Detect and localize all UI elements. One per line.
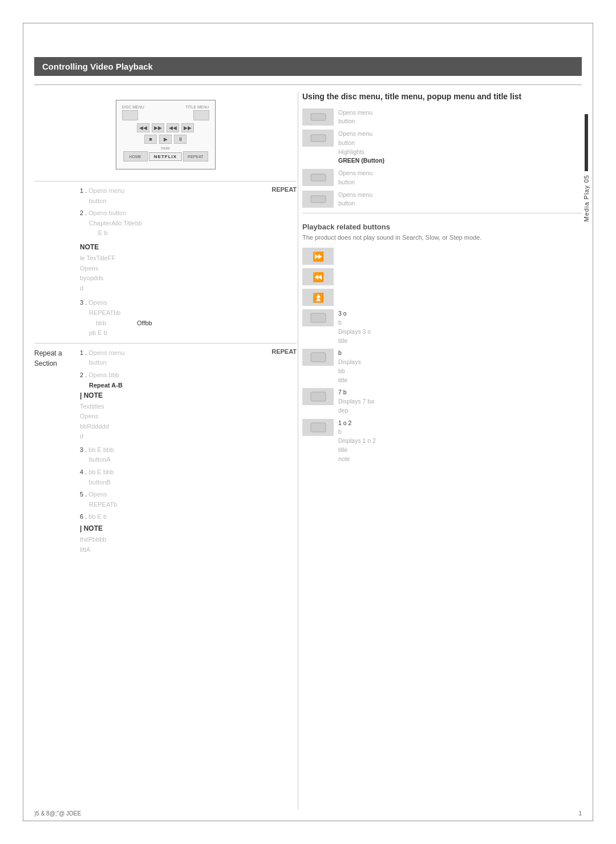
remote-top-buttons <box>122 110 209 120</box>
repeat-item-1-row: 1 . Opens menu button REPEAT <box>80 348 297 368</box>
remote-netflix-btn[interactable]: NETFLIX <box>149 152 182 161</box>
disc-desc-4-l2: button <box>338 200 355 207</box>
disc-desc-4: Opens menu button <box>338 191 582 209</box>
pb-desc-7-l5: note <box>338 455 350 462</box>
pb-desc-4-l1: 3 o <box>338 310 347 317</box>
item-3-block: 3 . Opens REPEATbb bbb Offbb pb E b <box>80 298 297 338</box>
disc-row-4: Opens menu button <box>302 191 582 209</box>
item-2-desc1: Opens button <box>88 209 126 216</box>
repeat-ab-label: Repeat A-B <box>89 382 123 389</box>
note-bottom-block: | NOTE Texttitles Opens bbRddddd d <box>80 391 297 442</box>
svg-rect-4 <box>311 313 326 322</box>
remote-play-row: ■ ▶ ⏸ <box>122 135 209 144</box>
repeat-item-1-d2: button <box>89 359 107 366</box>
note-bottom-l3: bbRddddd <box>80 422 297 432</box>
note-top-line3: byopdds <box>80 273 297 284</box>
note-bottom-label: | NOTE <box>80 391 297 399</box>
divider-left-1 <box>34 181 297 181</box>
side-tab: 05 Media Play <box>580 114 593 222</box>
disc-desc-2-l3: Highlights <box>338 148 364 155</box>
note-top-label: NOTE <box>80 243 297 251</box>
disc-row-2: Opens menu button Highlights GREEN (Butt… <box>302 130 582 165</box>
extra-item-5-num: 5 . <box>80 491 88 498</box>
item-1: 1 . Opens menu button <box>80 186 124 206</box>
note-last-label: | NOTE <box>80 524 297 532</box>
svg-rect-2 <box>311 174 326 181</box>
item-2-number: 2 . <box>80 209 88 216</box>
pb-row-6: 7 b Displays 7 ba dep <box>302 388 582 415</box>
disc-desc-1: Opens menu button <box>338 108 582 127</box>
pb-icon-7 <box>302 419 334 436</box>
remote-nav-row: ◀◀ ▶▶ ◀◀ ▶▶ <box>122 123 209 132</box>
remote-repeat-btn[interactable]: REPEAT <box>183 151 208 161</box>
extra-item-6: 6 . bb E b <box>80 512 297 522</box>
pb-desc-6: 7 b Displays 7 ba dep <box>338 388 582 415</box>
disc-desc-3-l1: Opens menu <box>338 169 372 176</box>
remote-btn-title[interactable] <box>193 110 209 120</box>
remote-btn-disc[interactable] <box>122 110 138 120</box>
page-border-left <box>23 23 23 821</box>
disc-desc-1-l1: Opens menu <box>338 109 372 116</box>
footer: )5 & 8@;"@ JOEE 1 <box>34 810 582 817</box>
item-1-desc1: Opens menu <box>88 187 124 194</box>
repeat-section-block: Repeat aSection 1 . Opens menu button RE… <box>34 348 297 555</box>
remote-btn-rew[interactable]: ◀◀ <box>167 123 179 132</box>
note-last-block: | NOTE thitPbbbb littA <box>80 524 297 555</box>
item-3-off: Offbb <box>137 320 152 326</box>
item-3-desc3: bbb <box>96 320 106 326</box>
title-menu-label: TITLE MENU <box>185 105 209 109</box>
pb-row-4: 3 o b Displays 3 o title <box>302 309 582 345</box>
right-divider-1 <box>302 213 582 213</box>
playback-section-title: Playback related buttons <box>302 223 582 231</box>
repeat-item-2-num: 2 . <box>80 371 88 378</box>
note-last-l1: thitPbbbb <box>80 535 297 545</box>
repeat-label-1: REPEAT <box>271 186 297 206</box>
page-border-top <box>23 23 593 23</box>
remote-btn-stop[interactable]: ■ <box>144 135 157 144</box>
remote-btn-pause[interactable]: ⏸ <box>174 135 187 144</box>
item-2-row: 2 . Opens button ChapterAllo Titlebb E b <box>80 208 297 239</box>
pb-desc-4-l4: title <box>338 337 347 344</box>
note-top-line1: le TexTitleFF <box>80 253 297 264</box>
repeat-section-content: 1 . Opens menu button REPEAT 2 . Opens b… <box>80 348 297 555</box>
extra-item-3-num: 3 . <box>80 446 88 453</box>
pb-icon-1: ⏩ <box>302 248 334 265</box>
pb-desc-5-l1: b <box>338 349 342 356</box>
side-tab-bar <box>585 114 588 171</box>
pb-desc-5: b Displays bb title <box>338 349 582 385</box>
extra-item-4-d1: bb E bbb <box>88 469 114 475</box>
column-divider <box>298 91 298 810</box>
divider-left-2 <box>34 343 297 344</box>
disc-desc-1-l2: button <box>338 118 355 124</box>
svg-rect-1 <box>311 135 326 142</box>
footer-right: 1 <box>578 810 582 817</box>
repeat-item-2-d1: Opens bbb <box>88 371 119 378</box>
main-content: DISC MENU TITLE MENU ◀◀ ▶▶ ◀◀ ▶▶ ■ ▶ ⏸ m… <box>34 91 582 810</box>
disc-icon-1 <box>302 108 334 126</box>
item-2-desc3: E b <box>98 229 108 236</box>
svg-rect-6 <box>311 392 326 401</box>
item-3-desc1: Opens <box>88 299 107 306</box>
svg-rect-7 <box>311 423 326 432</box>
pb-row-2: ⏪ <box>302 268 582 285</box>
repeat-item-2-row: 2 . Opens bbb Repeat A-B <box>80 370 297 389</box>
pb-desc-4-l3: Displays 3 o <box>338 328 371 335</box>
pb-desc-5-l4: title <box>338 377 347 383</box>
pb-desc-7-l2: b <box>338 428 342 435</box>
item-1-desc2: button <box>89 197 107 204</box>
remote-home-btn[interactable]: HOME <box>123 151 148 161</box>
svg-rect-3 <box>311 196 326 203</box>
item-1-number: 1 . <box>80 187 88 194</box>
right-column: Using the disc menu, title menu, popup m… <box>302 91 582 467</box>
pb-row-3: ⏫ <box>302 289 582 306</box>
extra-item-3: 3 . bb E bbb buttonA <box>80 445 297 465</box>
disc-row-3: Opens menu button <box>302 169 582 187</box>
remote-btn-prev[interactable]: ◀◀ <box>137 123 149 132</box>
item-3-desc2: REPEATbb <box>89 309 120 316</box>
remote-btn-ff[interactable]: ▶▶ <box>181 123 194 132</box>
remote-label-row-top: DISC MENU TITLE MENU <box>122 105 209 109</box>
remote-btn-play[interactable]: ▶ <box>159 135 172 144</box>
pb-desc-7-l4: title <box>338 446 347 453</box>
disc-icon-2 <box>302 130 334 147</box>
remote-btn-next[interactable]: ▶▶ <box>152 123 164 132</box>
